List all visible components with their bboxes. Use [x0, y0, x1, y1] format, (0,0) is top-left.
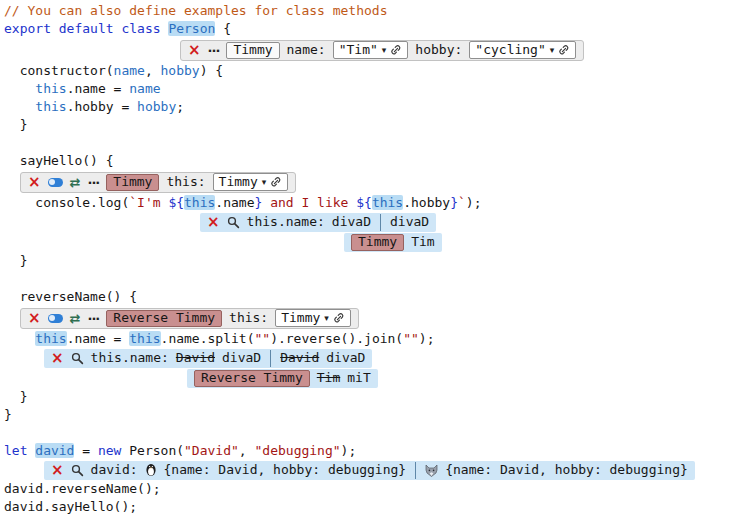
- highlighted-symbol: this: [184, 195, 215, 210]
- current-value: {name: David, hobby: debugging}: [445, 461, 688, 479]
- toggle-icon[interactable]: [48, 178, 63, 187]
- code-editor[interactable]: // You can also define examples for clas…: [0, 0, 749, 516]
- previous-value: David: [176, 349, 215, 367]
- code-line: [4, 424, 749, 442]
- probe-label: david:: [91, 461, 138, 479]
- code-token: ;: [176, 99, 184, 114]
- example-name-chip[interactable]: Reverse Timmy: [194, 370, 310, 387]
- example-name-chip[interactable]: Timmy: [226, 42, 279, 59]
- code-token: export: [4, 21, 51, 36]
- current-value: Tim: [411, 233, 434, 251]
- close-icon[interactable]: ×: [207, 215, 220, 230]
- code-token: class: [121, 21, 160, 36]
- code-token: hobby: [161, 63, 200, 78]
- code-token: .name: [215, 195, 254, 210]
- dropdown-value: "cycling": [475, 41, 545, 59]
- value-dropdown[interactable]: Timmy▾: [275, 309, 351, 327]
- code-line: // You can also define examples for clas…: [4, 2, 749, 20]
- code-token: name: [129, 81, 160, 96]
- widget-line: ×⇄···Timmythis:Timmy▾: [4, 170, 749, 194]
- example-name-chip[interactable]: Timmy: [351, 234, 404, 251]
- highlighted-symbol: this: [35, 331, 66, 346]
- highlighted-symbol: this: [372, 195, 403, 210]
- code-token: [4, 331, 35, 346]
- code-line: }: [4, 116, 749, 134]
- close-icon[interactable]: ×: [28, 311, 41, 326]
- code-token: david.sayHello();: [4, 499, 137, 514]
- param-label: name:: [287, 41, 326, 59]
- link-icon[interactable]: [270, 176, 282, 188]
- code-line: this.name = name: [4, 80, 749, 98]
- example-name-chip[interactable]: Reverse Timmy: [106, 310, 222, 327]
- value-dropdown[interactable]: "Tim"▾: [333, 41, 409, 59]
- more-actions-icon[interactable]: ···: [208, 44, 220, 57]
- code-token: [4, 99, 35, 114]
- code-token: ) {: [200, 63, 223, 78]
- more-actions-icon[interactable]: ···: [87, 176, 99, 189]
- previous-value: Tim: [317, 369, 340, 387]
- dropdown-value: Timmy: [219, 173, 258, 191]
- probe-result: ×this.name:divaDdivaD: [200, 213, 436, 232]
- search-icon[interactable]: [71, 464, 84, 477]
- dropdown-caret-icon: ▾: [382, 41, 387, 59]
- current-value: divaD: [332, 213, 371, 231]
- probe-label: this.name:: [91, 349, 169, 367]
- link-icon[interactable]: [333, 312, 345, 324]
- probe-label: this.name:: [247, 213, 325, 231]
- example-widget: ×···Timmyname:"Tim"▾hobby:"cycling"▾: [180, 40, 584, 61]
- dropdown-value: Timmy: [281, 309, 320, 327]
- link-icon[interactable]: [558, 44, 570, 56]
- close-icon[interactable]: ×: [28, 175, 41, 190]
- widget-line: ×···Timmyname:"Tim"▾hobby:"cycling"▾: [4, 38, 749, 62]
- close-icon[interactable]: ×: [188, 43, 201, 58]
- dropdown-caret-icon: ▾: [550, 41, 555, 59]
- code-token: default: [59, 21, 114, 36]
- code-token: }: [4, 389, 27, 404]
- code-token: `: [458, 195, 466, 210]
- code-token: this: [35, 81, 66, 96]
- code-line: }: [4, 388, 749, 406]
- value-dropdown[interactable]: Timmy▾: [213, 173, 289, 191]
- close-icon[interactable]: ×: [51, 463, 64, 478]
- dropdown-caret-icon: ▾: [262, 173, 267, 191]
- example-widget: ×⇄···Timmythis:Timmy▾: [20, 172, 296, 193]
- search-icon[interactable]: [71, 352, 84, 365]
- code-line: this.name = this.name.split("").reverse(…: [4, 330, 749, 348]
- previous-value: David: [280, 349, 319, 367]
- probe-line: ×this.name:divaDdivaD: [4, 212, 749, 232]
- close-icon[interactable]: ×: [51, 351, 64, 366]
- link-icon[interactable]: [390, 44, 402, 56]
- value-separator: [415, 462, 416, 479]
- code-token: `I'm: [129, 195, 168, 210]
- code-token: "David": [184, 443, 239, 458]
- this-label: this:: [229, 309, 268, 327]
- param-label: hobby:: [415, 41, 462, 59]
- chiprow-line: Reverse TimmyTimmiT: [4, 368, 749, 388]
- swap-values-icon[interactable]: ⇄: [70, 312, 81, 325]
- code-token: "": [403, 331, 419, 346]
- code-line: export default class Person {: [4, 20, 749, 38]
- code-token: reverseName() {: [4, 289, 137, 304]
- code-line: constructor(name, hobby) {: [4, 62, 749, 80]
- value-dropdown[interactable]: "cycling"▾: [469, 41, 576, 59]
- code-line: reverseName() {: [4, 288, 749, 306]
- code-token: }: [4, 407, 12, 422]
- code-token: .name =: [67, 331, 130, 346]
- current-value: {name: David, hobby: debugging}: [164, 461, 407, 479]
- example-value-row: TimmyTim: [344, 233, 442, 252]
- code-token: constructor(: [4, 63, 114, 78]
- value-separator: [380, 214, 381, 231]
- highlighted-symbol: Person: [168, 21, 215, 36]
- code-token: "": [254, 331, 270, 346]
- toggle-icon[interactable]: [48, 314, 63, 323]
- more-actions-icon[interactable]: ···: [87, 312, 99, 325]
- swap-values-icon[interactable]: ⇄: [70, 176, 81, 189]
- dropdown-caret-icon: ▾: [324, 309, 329, 327]
- code-line: [4, 270, 749, 288]
- probe-result: ×david:{name: David, hobby: debugging}{n…: [44, 461, 695, 480]
- search-icon[interactable]: [227, 216, 240, 229]
- example-name-chip[interactable]: Timmy: [106, 174, 159, 191]
- example-value-row: Reverse TimmyTimmiT: [187, 369, 378, 388]
- code-line: this.hobby = hobby;: [4, 98, 749, 116]
- code-token: =: [74, 443, 97, 458]
